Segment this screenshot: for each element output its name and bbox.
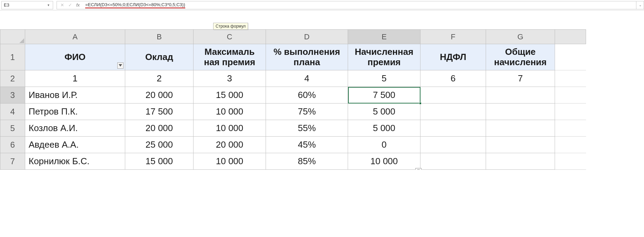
cell-A6[interactable]: Авдеев А.А. [25, 137, 125, 153]
cell-blank[interactable] [555, 87, 586, 103]
cell-F4[interactable] [420, 103, 486, 120]
col-header-G[interactable]: G [486, 30, 555, 44]
cell-G2[interactable]: 7 [486, 70, 555, 87]
name-box-dropdown-icon[interactable]: ▾ [46, 3, 51, 7]
cell-F3[interactable] [420, 87, 486, 103]
cell-C6[interactable]: 20 000 [194, 137, 266, 153]
header-oklad[interactable]: Оклад [125, 44, 194, 70]
cell-A2[interactable]: 1 [25, 70, 125, 87]
formula-input[interactable]: =ЕСЛИ(D3<=50%;0;ЕСЛИ(D3<=80%;C3*0,5;C3)) [83, 1, 636, 9]
header-fio-label: ФИО [65, 52, 86, 62]
cell-B7[interactable]: 15 000 [125, 153, 194, 170]
svg-marker-0 [19, 38, 24, 43]
row-header-5[interactable]: 5 [0, 120, 25, 137]
row-header-3[interactable]: 3 [0, 87, 25, 103]
cell-D4[interactable]: 75% [266, 103, 348, 120]
cancel-icon[interactable]: ✕ [60, 2, 64, 8]
formula-bar-buttons: ✕ ✓ fx [57, 1, 83, 9]
cell-F7[interactable] [420, 153, 486, 170]
cell-F5[interactable] [420, 120, 486, 137]
cell-A3[interactable]: Иванов И.Р. [25, 87, 125, 103]
col-header-extra[interactable] [555, 30, 586, 44]
header-total[interactable]: Общиеначисления [486, 44, 555, 70]
cell-A5[interactable]: Козлов А.И. [25, 120, 125, 137]
row-header-2[interactable]: 2 [0, 70, 25, 87]
col-header-F[interactable]: F [420, 30, 486, 44]
cell-B4[interactable]: 17 500 [125, 103, 194, 120]
cell-G4[interactable] [486, 103, 555, 120]
cell-blank[interactable] [555, 103, 586, 120]
cell-blank[interactable] [555, 137, 586, 153]
cell-B6[interactable]: 25 000 [125, 137, 194, 153]
table-row: 5 Козлов А.И. 20 000 10 000 55% 5 000 [0, 120, 586, 137]
cell-blank[interactable] [555, 44, 586, 70]
cell-G7[interactable] [486, 153, 555, 170]
cell-G6[interactable] [486, 137, 555, 153]
cell-blank[interactable] [555, 120, 586, 137]
cell-B3[interactable]: 20 000 [125, 87, 194, 103]
cell-blank[interactable] [555, 153, 586, 170]
cell-E4[interactable]: 5 000 [348, 103, 420, 120]
worksheet-grid[interactable]: A B C D E F G 1 ФИО Оклад Максимальная п… [0, 29, 586, 170]
cell-blank[interactable] [555, 70, 586, 87]
cell-C3[interactable]: 15 000 [194, 87, 266, 103]
formula-text: =ЕСЛИ(D3<=50%;0;ЕСЛИ(D3<=80%;C3*0,5;C3)) [85, 2, 185, 8]
col-header-E[interactable]: E [348, 30, 420, 44]
svg-marker-1 [119, 64, 122, 67]
formula-bar-tooltip: Строка формул [213, 23, 248, 30]
table-row: 3 Иванов И.Р. 20 000 15 000 60% 7 500 [0, 87, 586, 103]
cell-B5[interactable]: 20 000 [125, 120, 194, 137]
cell-E6[interactable]: 0 [348, 137, 420, 153]
table-row: 4 Петров П.К. 17 500 10 000 75% 5 000 [0, 103, 586, 120]
header-fio[interactable]: ФИО [25, 44, 125, 70]
row-header-1[interactable]: 1 [0, 44, 25, 70]
cell-E7[interactable]: 10 000 ▦ [348, 153, 420, 170]
cell-C4[interactable]: 10 000 [194, 103, 266, 120]
col-header-A[interactable]: A [25, 30, 125, 44]
cell-E2[interactable]: 5 [348, 70, 420, 87]
cell-C2[interactable]: 3 [194, 70, 266, 87]
col-header-C[interactable]: C [194, 30, 266, 44]
cell-D2[interactable]: 4 [266, 70, 348, 87]
cell-F6[interactable] [420, 137, 486, 153]
cell-D7[interactable]: 85% [266, 153, 348, 170]
filter-icon[interactable] [117, 62, 123, 69]
column-header-row: A B C D E F G [0, 30, 586, 44]
col-header-D[interactable]: D [266, 30, 348, 44]
formula-bar: E3 ▾ ✕ ✓ fx =ЕСЛИ(D3<=50%;0;ЕСЛИ(D3<=80%… [0, 0, 644, 10]
formula-bar-expand-icon[interactable]: ⌄ [636, 1, 644, 9]
col-header-B[interactable]: B [125, 30, 194, 44]
select-all-corner[interactable] [0, 30, 25, 44]
cell-E5[interactable]: 5 000 [348, 120, 420, 137]
table-row-numbers: 2 1 2 3 4 5 6 7 [0, 70, 586, 87]
table-row: 6 Авдеев А.А. 25 000 20 000 45% 0 [0, 137, 586, 153]
cell-D3[interactable]: 60% [266, 87, 348, 103]
cell-D5[interactable]: 55% [266, 120, 348, 137]
cell-E3-active[interactable]: 7 500 [348, 87, 420, 103]
row-header-6[interactable]: 6 [0, 137, 25, 153]
cell-A4[interactable]: Петров П.К. [25, 103, 125, 120]
cell-G5[interactable] [486, 120, 555, 137]
cell-A7[interactable]: Корнилюк Б.С. [25, 153, 125, 170]
header-max-prem[interactable]: Максимальная премия [194, 44, 266, 70]
cell-C5[interactable]: 10 000 [194, 120, 266, 137]
enter-icon[interactable]: ✓ [68, 2, 72, 8]
row-header-4[interactable]: 4 [0, 103, 25, 120]
header-nach-prem[interactable]: Начисленнаяпремия [348, 44, 420, 70]
table-header-row: 1 ФИО Оклад Максимальная премия % выполн… [0, 44, 586, 70]
name-box[interactable]: E3 ▾ [1, 1, 53, 9]
cell-B2[interactable]: 2 [125, 70, 194, 87]
cell-C7[interactable]: 10 000 [194, 153, 266, 170]
cell-F2[interactable]: 6 [420, 70, 486, 87]
insert-function-icon[interactable]: fx [76, 2, 80, 8]
header-plan[interactable]: % выполненияплана [266, 44, 348, 70]
header-ndfl[interactable]: НДФЛ [420, 44, 486, 70]
table-row: 7 Корнилюк Б.С. 15 000 10 000 85% 10 000… [0, 153, 586, 170]
cell-D6[interactable]: 45% [266, 137, 348, 153]
name-box-value: E3 [4, 2, 46, 8]
row-header-7[interactable]: 7 [0, 153, 25, 170]
cell-G3[interactable] [486, 87, 555, 103]
